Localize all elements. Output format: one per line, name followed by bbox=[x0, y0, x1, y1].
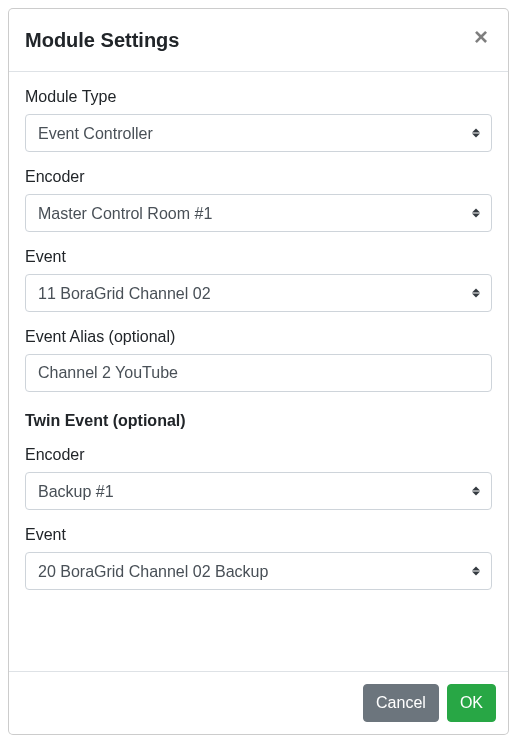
module-type-group: Module Type Event Controller bbox=[25, 88, 492, 152]
cancel-button[interactable]: Cancel bbox=[363, 684, 439, 722]
twin-event-select[interactable]: 20 BoraGrid Channel 02 Backup bbox=[25, 552, 492, 590]
encoder-label: Encoder bbox=[25, 168, 492, 186]
event-select[interactable]: 11 BoraGrid Channel 02 bbox=[25, 274, 492, 312]
event-label: Event bbox=[25, 248, 492, 266]
modal-body: Module Type Event Controller Encoder Mas… bbox=[9, 72, 508, 671]
module-type-select-wrapper: Event Controller bbox=[25, 114, 492, 152]
twin-encoder-label: Encoder bbox=[25, 446, 492, 464]
event-alias-label: Event Alias (optional) bbox=[25, 328, 492, 346]
encoder-select-wrapper: Master Control Room #1 bbox=[25, 194, 492, 232]
modal-footer: Cancel OK bbox=[9, 671, 508, 734]
twin-event-label: Event bbox=[25, 526, 492, 544]
module-type-label: Module Type bbox=[25, 88, 492, 106]
twin-encoder-select-wrapper: Backup #1 bbox=[25, 472, 492, 510]
twin-event-group: Event 20 BoraGrid Channel 02 Backup bbox=[25, 526, 492, 590]
close-icon: × bbox=[474, 23, 488, 50]
encoder-select[interactable]: Master Control Room #1 bbox=[25, 194, 492, 232]
close-button[interactable]: × bbox=[470, 25, 492, 49]
module-settings-modal: Module Settings × Module Type Event Cont… bbox=[8, 8, 509, 735]
twin-encoder-group: Encoder Backup #1 bbox=[25, 446, 492, 510]
ok-button[interactable]: OK bbox=[447, 684, 496, 722]
modal-header: Module Settings × bbox=[9, 9, 508, 72]
event-select-wrapper: 11 BoraGrid Channel 02 bbox=[25, 274, 492, 312]
event-group: Event 11 BoraGrid Channel 02 bbox=[25, 248, 492, 312]
twin-event-select-wrapper: 20 BoraGrid Channel 02 Backup bbox=[25, 552, 492, 590]
twin-encoder-select[interactable]: Backup #1 bbox=[25, 472, 492, 510]
encoder-group: Encoder Master Control Room #1 bbox=[25, 168, 492, 232]
event-alias-input[interactable] bbox=[25, 354, 492, 392]
twin-event-title: Twin Event (optional) bbox=[25, 412, 492, 430]
module-type-select[interactable]: Event Controller bbox=[25, 114, 492, 152]
modal-title: Module Settings bbox=[25, 25, 179, 55]
event-alias-group: Event Alias (optional) bbox=[25, 328, 492, 392]
